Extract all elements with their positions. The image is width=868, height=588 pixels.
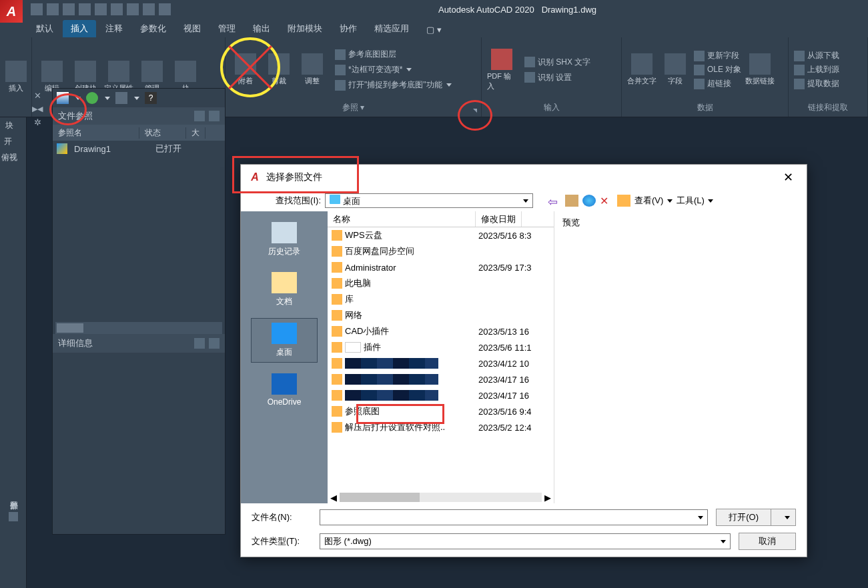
- extract-data-button[interactable]: 提取数据: [794, 78, 839, 89]
- palette-collapse-icon[interactable]: ▶◀: [32, 105, 43, 113]
- file-row[interactable]: 2023/4/12 10: [328, 355, 554, 371]
- col-status[interactable]: 状态: [139, 127, 186, 139]
- tab-extra-icon[interactable]: ▢ ▾: [418, 22, 450, 37]
- tab-parametric[interactable]: 参数化: [132, 20, 174, 37]
- place-onedrive[interactable]: OneDrive: [251, 369, 318, 411]
- filename-combo[interactable]: [320, 509, 708, 525]
- details-icons[interactable]: [194, 338, 220, 349]
- update-field-button[interactable]: 更新字段: [694, 50, 741, 61]
- file-name: 网络: [345, 309, 362, 321]
- qat-web-icon[interactable]: [95, 3, 107, 15]
- delete-icon[interactable]: ✕: [600, 195, 613, 207]
- attach-dropdown-icon[interactable]: [75, 97, 81, 100]
- pin-icon[interactable]: [9, 512, 18, 521]
- panel-title-reference[interactable]: 参照 ▾: [226, 102, 481, 117]
- place-documents[interactable]: 文档: [251, 268, 318, 311]
- file-row[interactable]: WPS云盘2023/5/16 8:3: [328, 227, 554, 243]
- open-dropdown-button[interactable]: [771, 509, 796, 526]
- data-link-button[interactable]: 数据链接: [745, 53, 775, 86]
- file-row[interactable]: 解压后打开设置软件对照..2023/5/2 12:4: [328, 419, 554, 435]
- ole-object-button[interactable]: OLE 对象: [694, 64, 741, 75]
- back-icon[interactable]: ⇦: [548, 195, 561, 207]
- qat-redo-icon[interactable]: [159, 3, 171, 15]
- tab-output[interactable]: 输出: [245, 20, 278, 37]
- tab-manage[interactable]: 管理: [210, 20, 244, 37]
- place-desktop[interactable]: 桌面: [251, 318, 318, 363]
- look-in-combo[interactable]: 桌面: [325, 193, 533, 208]
- xref-list-mode-icons[interactable]: [194, 111, 220, 121]
- frames-vary-button[interactable]: *边框可变选项*: [335, 64, 452, 75]
- clip-button[interactable]: 剪裁: [264, 53, 294, 86]
- file-date: 2023/4/17 16: [478, 375, 529, 385]
- cancel-button[interactable]: 取消: [739, 533, 796, 550]
- tab-view[interactable]: 视图: [175, 20, 209, 37]
- hyperlink-button[interactable]: 超链接: [694, 78, 741, 89]
- refresh-icon[interactable]: [86, 92, 98, 104]
- qat-open-icon[interactable]: [47, 3, 59, 15]
- qat-print-icon[interactable]: [127, 3, 139, 15]
- file-row[interactable]: 2023/4/17 16: [328, 371, 554, 387]
- field-button[interactable]: 字段: [661, 53, 690, 86]
- download-source-button[interactable]: 从源下载: [794, 50, 839, 61]
- qat-save-icon[interactable]: [63, 3, 75, 15]
- file-row[interactable]: CAD小插件2023/5/13 16: [328, 323, 554, 339]
- xref-details-body: [53, 353, 225, 534]
- col-name[interactable]: 名称: [328, 211, 476, 227]
- xref-row[interactable]: Drawing1 已打开: [53, 141, 225, 157]
- tab-featured[interactable]: 精选应用: [366, 20, 417, 37]
- recognize-shx-button[interactable]: 识别 SHX 文字: [524, 57, 590, 68]
- new-folder-icon[interactable]: [617, 195, 630, 207]
- filetype-combo[interactable]: 图形 (*.dwg): [320, 533, 731, 549]
- up-icon[interactable]: [565, 195, 578, 207]
- recognize-settings-button[interactable]: 识别 设置: [524, 72, 590, 83]
- file-row[interactable]: 库: [328, 291, 554, 307]
- underlay-layers-button[interactable]: 参考底图图层: [335, 49, 452, 60]
- pdf-import-button[interactable]: PDF 输入: [487, 49, 516, 91]
- tab-insert[interactable]: 插入: [63, 20, 96, 37]
- file-row[interactable]: 2023/4/17 16: [328, 387, 554, 403]
- col-date[interactable]: 修改日期: [476, 211, 522, 227]
- adjust-button[interactable]: 调整: [298, 53, 327, 86]
- file-row[interactable]: Administrator2023/5/9 17:3: [328, 259, 554, 275]
- file-date: 2023/5/9 17:3: [478, 263, 532, 273]
- palette-gear-icon[interactable]: ✲: [34, 117, 41, 127]
- reference-dialog-launcher-icon[interactable]: [473, 109, 477, 113]
- tab-collaborate[interactable]: 协作: [332, 20, 365, 37]
- tab-default[interactable]: 默认: [28, 20, 61, 37]
- xref-hscroll[interactable]: [55, 322, 222, 334]
- file-list-hscroll[interactable]: ◀▶: [328, 491, 554, 503]
- file-row[interactable]: 此电脑: [328, 275, 554, 291]
- panel-import: PDF 输入 识别 SHX 文字 识别 设置 输入: [482, 37, 622, 117]
- search-web-icon[interactable]: [582, 195, 596, 207]
- place-history[interactable]: 历史记录: [251, 218, 318, 261]
- combine-text-button[interactable]: 合并文字: [627, 53, 657, 86]
- qat-new-icon[interactable]: [31, 3, 43, 15]
- upload-source-button[interactable]: 上载到源: [794, 64, 839, 75]
- file-row[interactable]: 百度网盘同步空间: [328, 243, 554, 259]
- changepath-icon[interactable]: [115, 92, 127, 104]
- tab-addins[interactable]: 附加模块: [280, 20, 330, 37]
- snap-underlay-button[interactable]: 打开"捕捉到参考底图"功能: [335, 79, 452, 91]
- app-logo[interactable]: [0, 0, 23, 23]
- palette-control-stack: ✕ ▶◀ ✲: [32, 91, 43, 127]
- open-button[interactable]: 打开(O): [716, 509, 771, 526]
- file-row[interactable]: 网络: [328, 307, 554, 323]
- places-bar: 历史记录 文档 桌面 OneDrive: [241, 211, 328, 503]
- dialog-close-button[interactable]: ✕: [778, 167, 799, 187]
- qat-mobile-icon[interactable]: [111, 3, 123, 15]
- file-row[interactable]: 参照底图2023/5/16 9:4: [328, 403, 554, 419]
- help-icon[interactable]: ?: [145, 92, 157, 104]
- col-refname[interactable]: 参照名: [53, 127, 139, 139]
- attach-dwg-icon[interactable]: [57, 92, 69, 104]
- tab-annotate[interactable]: 注释: [97, 20, 131, 37]
- view-menu[interactable]: 查看(V): [634, 195, 673, 207]
- qat-saveas-icon[interactable]: [79, 3, 91, 15]
- palette-close-icon[interactable]: ✕: [34, 91, 41, 101]
- attach-button[interactable]: 附着: [231, 53, 260, 86]
- insert-button[interactable]: 插入: [5, 61, 27, 93]
- tools-menu[interactable]: 工具(L): [677, 195, 714, 207]
- col-size[interactable]: 大: [186, 127, 205, 139]
- file-row[interactable]: 插件2023/5/6 11:1: [328, 339, 554, 355]
- qat-undo-icon[interactable]: [143, 3, 155, 15]
- file-icon: [332, 406, 342, 417]
